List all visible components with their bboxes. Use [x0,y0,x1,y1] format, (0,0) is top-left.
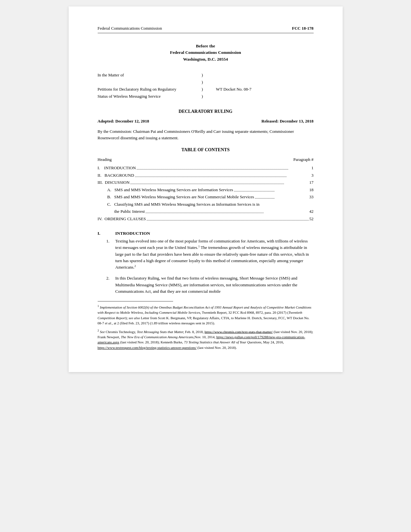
toc-label-3: III. DISCUSSION [98,179,130,186]
paragraph-2: 2.In this Declaratory Ruling, we find th… [98,275,314,294]
toc-label-4: A. SMS and MMS Wireless Messaging Servic… [107,187,233,193]
toc-entry-6-row2: the Public Interest ....................… [107,208,314,215]
matter-left: In the Matter of Petitions for Declarato… [98,72,195,100]
toc-title: TABLE OF CONTENTS [98,147,314,153]
footnote-2: 2 See Chromis Technology, Text Messaging… [98,329,314,350]
footnote-2-link3[interactable]: https://www.textrequest.com/blog/texting… [98,346,197,350]
toc-dots-2: ........................................… [135,172,311,179]
para-text-1: Texting has evolved into one of the most… [115,238,314,271]
header-bar: Federal Communications Commission FCC 18… [98,26,314,33]
commission-line3: Washington, D.C. 20554 [98,56,314,63]
footnote-divider [98,301,173,304]
toc-entry-3: III. DISCUSSION ........................… [98,179,314,186]
toc-page-6: 42 [309,208,314,215]
toc-header: Heading Paragraph # [98,157,314,162]
para-text-2: In this Declaratory Ruling, we find that… [115,275,314,294]
toc-label-7: IV. ORDERING CLAUSES [98,216,146,222]
toc-entry-2: II. BACKGROUND .........................… [98,172,314,179]
toc-page-4: 18 [309,187,314,193]
toc-entry-6-row1: C. Classifying SMS and MMS Wireless Mess… [107,201,314,208]
matter-parens: ) ) ) ) [195,72,209,100]
para-num-2: 2. [98,275,115,281]
toc-header-right: Paragraph # [293,157,313,162]
toc-dots-7: ........................................… [147,216,309,222]
released-date: Released: December 13, 2018 [261,119,314,124]
toc-label-1: I. INTRODUCTION [98,165,136,171]
toc-label-6b: the Public Interest [114,208,145,215]
toc-dots-3: ........................................… [130,180,309,186]
adopted-released: Adopted: December 12, 2018 Released: Dec… [98,119,314,124]
matter-section: In the Matter of Petitions for Declarato… [98,72,314,100]
toc-page-2: 3 [311,172,314,179]
petitions-line1: Petitions for Declaratory Ruling on Regu… [98,86,195,93]
matter-label: In the Matter of [98,72,195,79]
footnote-1: 1 Implementation of Section 6002(b) of t… [98,304,314,326]
toc-page-3: 17 [309,179,314,186]
toc-dots-5: ................... [255,194,308,201]
toc-dots-4: ....................................... [234,187,308,193]
commission-line2: Federal Communications Commission [98,49,314,56]
toc-label-6: C. Classifying SMS and MMS Wireless Mess… [107,201,260,208]
header-doc-num: FCC 18-178 [292,26,314,31]
ruling-title: DECLARATORY RULING [98,109,314,114]
toc-entries: I. INTRODUCTION ........................… [98,165,314,222]
toc-header-left: Heading [98,157,112,162]
toc-label-2: II. BACKGROUND [98,172,134,179]
toc-entry-5: B. SMS and MMS Wireless Messaging Servic… [98,194,314,200]
introduction-heading: I. INTRODUCTION [98,231,314,236]
intro-title: INTRODUCTION [115,231,150,236]
paragraph-1: 1.Texting has evolved into one of the mo… [98,238,314,271]
adopted-date: Adopted: December 12, 2018 [98,119,149,124]
intro-roman: I. [98,231,115,236]
toc-entry-1: I. INTRODUCTION ........................… [98,165,314,171]
petitions-line2: Status of Wireless Messaging Service [98,93,195,100]
toc-entry-4: A. SMS and MMS Wireless Messaging Servic… [98,187,314,193]
commission-header: Before the Federal Communications Commis… [98,43,314,63]
toc-label-5: B. SMS and MMS Wireless Messaging Servic… [107,194,254,200]
docket-number: WT Docket No. 08-7 [216,86,314,93]
toc-page-7: 52 [309,216,314,222]
toc-entry-7: IV. ORDERING CLAUSES ...................… [98,216,314,222]
toc-dots-6: ........................................… [145,209,308,215]
header-title: Federal Communications Commission [98,26,162,31]
toc-entry-6: C. Classifying SMS and MMS Wireless Mess… [98,201,314,215]
footnote-2-link1[interactable]: https://www.chromis.com/text-stats-that-… [205,330,273,333]
commission-statement: By the Commission: Chairman Pai and Comm… [98,128,314,141]
document-page: Federal Communications Commission FCC 18… [69,6,343,372]
toc-page-5: 33 [309,194,314,200]
commission-line1: Before the [98,43,314,49]
para-num-1: 1. [98,238,115,244]
toc-page-1: 1 [311,165,314,171]
toc-dots-1: ........................................… [136,165,311,172]
matter-right: WT Docket No. 08-7 [210,72,314,100]
